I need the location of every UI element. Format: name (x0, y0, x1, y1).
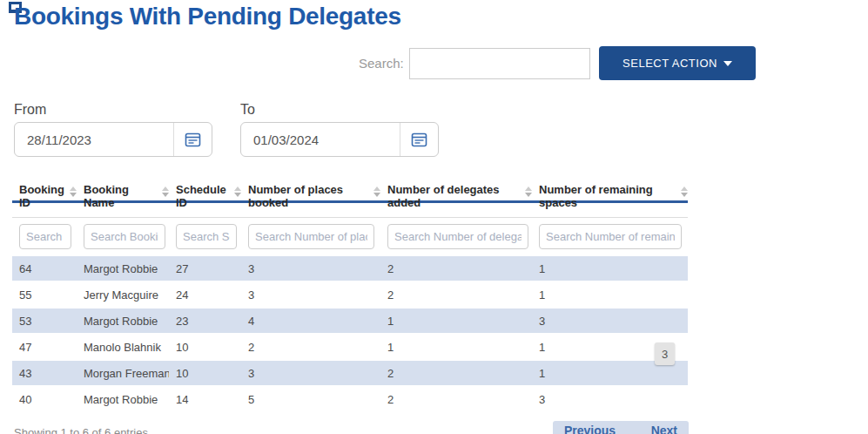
cell-booking-name: Margot Robbie (77, 262, 169, 275)
table-row[interactable]: 40 Margot Robbie 14 5 2 3 (12, 386, 688, 412)
cell-places-booked: 5 (241, 393, 380, 406)
column-label: Number of remaining spaces (539, 183, 676, 209)
from-label: From (14, 102, 46, 118)
calendar-icon[interactable] (174, 132, 212, 148)
cell-booking-id: 53 (12, 315, 77, 328)
column-label: Number of places booked (248, 183, 369, 209)
cell-remaining-spaces: 3 (532, 315, 688, 328)
cell-schedule-id: 23 (169, 315, 241, 328)
table-header-row: Booking ID Booking Name Schedule ID Numb… (12, 183, 688, 203)
column-header-schedule-id[interactable]: Schedule ID (169, 183, 241, 200)
cell-booking-id: 43 (12, 367, 77, 380)
to-label: To (240, 102, 255, 118)
caret-down-icon (723, 61, 732, 66)
filter-remaining-spaces-input[interactable] (539, 224, 682, 249)
table-info: Showing 1 to 6 of 6 entries (14, 426, 148, 434)
cell-delegates-added: 1 (380, 341, 532, 354)
count-badge: 3 (655, 342, 675, 365)
cell-booking-name: Morgan Freeman (77, 367, 169, 380)
table-row[interactable]: 53 Margot Robbie 23 4 1 3 (12, 308, 688, 334)
cell-booking-id: 64 (12, 262, 77, 275)
column-label: Schedule ID (176, 183, 230, 209)
cell-booking-name: Jerry Macguire (77, 288, 169, 302)
search-label: Search: (359, 56, 404, 71)
select-action-label: SELECT ACTION (622, 57, 717, 70)
table-row[interactable]: 64 Margot Robbie 27 3 2 1 (12, 255, 688, 281)
cell-places-booked: 2 (241, 341, 380, 354)
select-action-button[interactable]: SELECT ACTION (599, 46, 756, 80)
column-filter-row (12, 217, 688, 255)
column-header-places-booked[interactable]: Number of places booked (241, 183, 380, 200)
from-date-input[interactable] (15, 123, 173, 156)
filter-places-booked-input[interactable] (248, 224, 374, 249)
to-date-input[interactable] (241, 123, 400, 156)
column-header-booking-name[interactable]: Booking Name (77, 183, 169, 200)
table-row[interactable]: 55 Jerry Macguire 24 3 2 1 (12, 281, 688, 308)
calendar-icon[interactable] (400, 132, 438, 148)
sort-arrows-icon (525, 186, 532, 197)
column-label: Booking Name (84, 183, 158, 209)
bookings-page: Bookings With Pending Delegates Search: … (0, 0, 868, 434)
cell-delegates-added: 2 (380, 262, 532, 275)
column-header-booking-id[interactable]: Booking ID (12, 183, 77, 200)
filter-booking-name-input[interactable] (84, 224, 165, 249)
global-search-input[interactable] (409, 48, 590, 79)
cell-schedule-id: 10 (169, 341, 241, 354)
cell-places-booked: 3 (241, 367, 380, 380)
cell-places-booked: 3 (241, 262, 380, 275)
cell-schedule-id: 27 (169, 262, 241, 275)
cell-schedule-id: 24 (169, 288, 241, 302)
cell-remaining-spaces: 3 (532, 393, 688, 406)
cell-delegates-added: 2 (380, 288, 532, 302)
cell-remaining-spaces: 1 (532, 288, 688, 302)
page-title: Bookings With Pending Delegates (14, 3, 401, 31)
to-date-field[interactable] (240, 122, 439, 157)
cell-booking-id: 55 (12, 288, 77, 302)
cell-places-booked: 3 (241, 288, 380, 302)
filter-booking-id-input[interactable] (19, 224, 71, 249)
column-label: Number of delegates added (387, 183, 521, 209)
cell-remaining-spaces: 1 (532, 367, 688, 380)
cell-booking-id: 47 (12, 341, 77, 354)
column-label: Booking ID (19, 183, 65, 209)
previous-button[interactable]: Previous (564, 424, 616, 434)
column-header-remaining-spaces[interactable]: Number of remaining spaces (532, 183, 688, 200)
pagination: Previous Next (553, 421, 689, 434)
cell-places-booked: 4 (241, 315, 380, 328)
bookings-table: Booking ID Booking Name Schedule ID Numb… (12, 183, 688, 412)
filter-schedule-id-input[interactable] (176, 224, 237, 249)
cell-delegates-added: 2 (380, 393, 532, 406)
cell-delegates-added: 1 (380, 315, 532, 328)
cell-booking-id: 40 (12, 393, 77, 406)
cell-schedule-id: 14 (169, 393, 241, 406)
filter-delegates-added-input[interactable] (387, 224, 528, 249)
cell-remaining-spaces: 1 (532, 262, 688, 275)
table-row[interactable]: 43 Morgan Freeman 10 3 2 1 (12, 360, 688, 386)
next-button[interactable]: Next (651, 424, 677, 434)
sort-arrows-icon (70, 186, 77, 197)
cell-booking-name: Margot Robbie (77, 315, 169, 328)
cell-booking-name: Margot Robbie (77, 393, 169, 406)
sort-arrows-icon (234, 186, 241, 197)
sort-arrows-icon (681, 186, 688, 197)
sort-arrows-icon (373, 186, 380, 197)
sort-arrows-icon (162, 186, 169, 197)
cell-schedule-id: 10 (169, 367, 241, 380)
from-date-field[interactable] (14, 122, 212, 157)
column-header-delegates-added[interactable]: Number of delegates added (380, 183, 532, 200)
cell-booking-name: Manolo Blahnik (77, 341, 169, 354)
table-row[interactable]: 47 Manolo Blahnik 10 2 1 1 (12, 334, 688, 360)
cell-delegates-added: 2 (380, 367, 532, 380)
